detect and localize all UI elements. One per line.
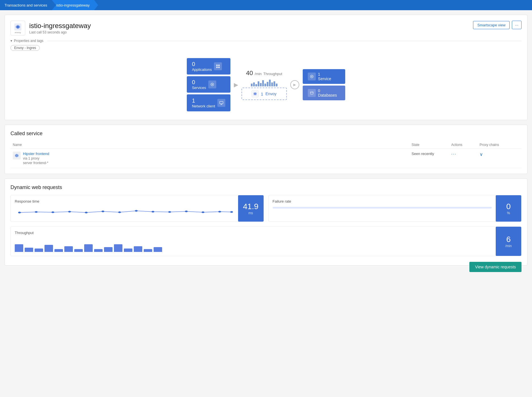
table-row: Hipster frontend via 1 proxy server fron… bbox=[10, 149, 522, 168]
row-actions-button[interactable]: ··· bbox=[451, 152, 480, 157]
services-box[interactable]: 0 Services bbox=[187, 76, 230, 93]
svg-point-27 bbox=[168, 211, 171, 213]
more-options-button[interactable]: ··· bbox=[512, 21, 522, 29]
service-header: envoy istio-ingressgateway Last call 53 … bbox=[10, 21, 522, 35]
breadcrumb-current[interactable]: istio-ingressgateway bbox=[52, 0, 94, 10]
called-service-table-header: Name State Actions Proxy chains bbox=[10, 141, 522, 149]
response-time-value-box: 41.9 ms bbox=[238, 195, 264, 222]
throughput-unit: /min bbox=[255, 72, 262, 76]
envoy-label: Envoy bbox=[266, 92, 277, 96]
svg-point-24 bbox=[118, 211, 121, 213]
proxy-chains-chevron[interactable]: ∨ bbox=[480, 152, 519, 157]
envoy-box[interactable]: 1 Envoy bbox=[241, 88, 287, 100]
failure-rate-label: Failure rate bbox=[273, 199, 492, 203]
svg-point-29 bbox=[202, 211, 204, 213]
network-client-box[interactable]: 1 Network client bbox=[187, 94, 230, 111]
svg-rect-4 bbox=[216, 67, 218, 68]
chevron-down-icon: ▾ bbox=[10, 39, 12, 43]
service-card: envoy istio-ingressgateway Last call 53 … bbox=[5, 15, 527, 120]
svg-point-25 bbox=[135, 210, 138, 212]
breadcrumb: Transactions and services istio-ingressg… bbox=[0, 0, 532, 10]
response-time-value: 41.9 bbox=[243, 202, 258, 211]
svg-point-1 bbox=[17, 26, 19, 28]
svg-point-23 bbox=[101, 211, 104, 212]
last-call: Last call 53 seconds ago bbox=[29, 30, 91, 34]
dynamic-web-requests-card: Dynamic web requests Response time bbox=[5, 179, 527, 266]
throughput-chart bbox=[15, 238, 492, 252]
failure-rate-unit: % bbox=[507, 211, 510, 215]
play-button[interactable]: ▶ bbox=[290, 80, 299, 89]
via-proxy: via 1 proxy bbox=[23, 156, 49, 160]
databases-icon bbox=[308, 89, 316, 97]
svg-point-18 bbox=[18, 212, 21, 213]
service-right-icon bbox=[308, 73, 316, 80]
applications-icon bbox=[214, 62, 222, 70]
called-service-title: Called service bbox=[10, 131, 522, 137]
failure-rate-value-box: 0 % bbox=[496, 195, 521, 222]
throughput-mini-chart bbox=[251, 78, 277, 86]
failure-rate-value: 0 bbox=[506, 202, 511, 211]
service-right-box[interactable]: 1 Service bbox=[303, 69, 345, 84]
called-service-card: Called service Name State Actions Proxy … bbox=[5, 125, 527, 174]
service-title: istio-ingressgateway bbox=[29, 22, 91, 30]
svg-point-31 bbox=[230, 211, 233, 213]
svg-point-15 bbox=[310, 92, 313, 93]
databases-box[interactable]: 0 Databases bbox=[303, 86, 345, 100]
state-seen-recently: Seen recently bbox=[412, 152, 451, 156]
svg-point-30 bbox=[218, 211, 221, 213]
svg-point-28 bbox=[185, 211, 188, 212]
response-time-unit: ms bbox=[249, 211, 253, 215]
throughput-number: 40 bbox=[246, 69, 253, 77]
envoy-logo: envoy bbox=[10, 21, 25, 35]
services-icon bbox=[208, 80, 216, 88]
throughput-value-box: 6 /min bbox=[496, 227, 521, 256]
svg-point-19 bbox=[35, 211, 38, 213]
throughput-unit: /min bbox=[505, 244, 512, 248]
throughput-card: Throughput bbox=[10, 226, 522, 256]
svg-point-14 bbox=[311, 76, 312, 77]
envoy-count: 1 bbox=[261, 92, 263, 96]
svg-rect-5 bbox=[218, 67, 220, 68]
hipster-frontend-link[interactable]: Hipster frontend bbox=[23, 152, 49, 156]
flow-arrow-left: ▶ bbox=[234, 81, 238, 88]
flow-diagram: 0 Applications 0 bbox=[10, 55, 522, 114]
throughput-label-text: Throughput bbox=[263, 72, 282, 76]
throughput-label: Throughput bbox=[15, 231, 492, 235]
response-time-label: Response time bbox=[15, 199, 234, 203]
smartscape-view-button[interactable]: Smartscape view bbox=[473, 21, 510, 29]
service-row-icon bbox=[13, 152, 21, 160]
dynamic-web-requests-title: Dynamic web requests bbox=[10, 184, 522, 190]
response-time-chart bbox=[15, 206, 234, 218]
properties-toggle[interactable]: ▾ Properties and tags bbox=[10, 39, 522, 43]
response-time-card: Response time bbox=[10, 195, 264, 222]
svg-point-21 bbox=[68, 211, 71, 213]
svg-point-26 bbox=[152, 211, 154, 213]
throughput-value: 6 bbox=[506, 235, 511, 244]
view-dynamic-requests-button[interactable]: View dynamic requests bbox=[469, 262, 522, 272]
svg-point-7 bbox=[212, 84, 213, 85]
failure-rate-chart bbox=[273, 207, 492, 209]
envoy-tag[interactable]: Envoy - Ingres bbox=[10, 45, 40, 51]
envoy-small-icon bbox=[252, 90, 258, 97]
svg-point-22 bbox=[85, 212, 88, 213]
failure-rate-card: Failure rate 0 % bbox=[268, 195, 522, 222]
svg-rect-8 bbox=[220, 101, 223, 104]
network-client-icon bbox=[217, 99, 225, 107]
server-pattern: server frontend-* bbox=[23, 161, 49, 165]
breadcrumb-parent[interactable]: Transactions and services bbox=[0, 0, 52, 10]
metrics-grid: Response time bbox=[10, 195, 522, 222]
svg-rect-2 bbox=[216, 65, 218, 66]
svg-rect-3 bbox=[218, 65, 220, 66]
svg-point-20 bbox=[51, 211, 54, 213]
applications-box[interactable]: 0 Applications bbox=[187, 58, 230, 75]
